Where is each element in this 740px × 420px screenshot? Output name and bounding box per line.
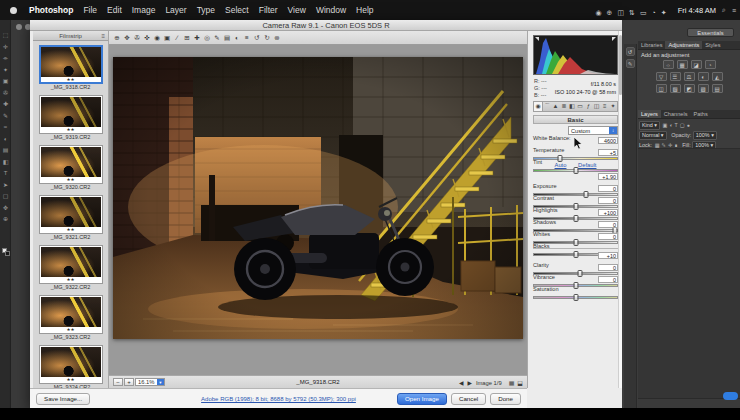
snapshots-tab-icon[interactable]: ✦ [609,102,617,111]
layers-list[interactable] [638,148,740,398]
slider-value[interactable]: 0 [598,264,618,271]
shadow-clipping-icon[interactable] [535,37,539,41]
tone-curve-tab-icon[interactable]: ⌒ [543,102,551,111]
menu-window[interactable]: Window [311,5,351,15]
basic-tab-icon[interactable]: ◉ [534,102,543,111]
ps-tool-11[interactable]: ▤ [0,145,11,157]
fullscreen-toggle-icon[interactable]: ⬓ [517,380,523,386]
detail-tab-icon[interactable]: ▲ [551,102,559,111]
rotate-left-tool-icon[interactable]: ↺ [253,32,261,43]
color-lookup-icon[interactable]: ▧ [670,84,681,93]
previous-image-button[interactable]: ◀ [459,380,463,386]
ps-tool-9[interactable]: ≈ [0,122,11,134]
filter-type-icon[interactable]: T [675,122,678,128]
ps-tool-16[interactable]: ✥ [0,203,11,215]
menubar-status-icon-5[interactable]: ▭ [640,9,647,16]
posterize-icon[interactable]: ▨ [698,84,709,93]
curves-icon[interactable]: ◪ [691,60,702,69]
menu-image[interactable]: Image [127,5,161,15]
levels-icon[interactable]: ▦ [677,60,688,69]
effects-tab-icon[interactable]: ƒ [584,102,592,111]
invert-icon[interactable]: ◩ [684,84,695,93]
ps-tool-5[interactable]: ▣ [0,76,11,88]
menu-photoshop[interactable]: Photoshop [24,5,78,15]
preferences-tool-icon[interactable]: ≡ [243,32,251,43]
menu-help[interactable]: Help [351,5,378,15]
color-sampler-tool-icon[interactable]: ✜ [143,32,151,43]
slider-value[interactable]: +100 [598,209,618,216]
open-image-button[interactable]: Open Image [397,393,447,405]
filmstrip-thumbnail[interactable]: ★★_MG_9323.CR2 [39,295,103,341]
slider-value[interactable]: +5 [598,149,618,156]
filmstrip-thumbnail[interactable]: ★★_MG_9322.CR2 [39,245,103,291]
menu-file[interactable]: File [78,5,102,15]
rotate-right-tool-icon[interactable]: ↻ [263,32,271,43]
red-eye-tool-icon[interactable]: ◎ [203,32,211,43]
tab-channels[interactable]: Channels [661,110,691,118]
filmstrip-thumbnail[interactable]: ★★_MG_9324.CR2 [39,345,103,391]
slider-value[interactable]: 0 [598,197,618,204]
workspace-switcher[interactable]: Essentials [687,28,734,37]
notification-center-icon[interactable]: ≡ [732,7,736,14]
menu-layer[interactable]: Layer [160,5,191,15]
filter-shape-icon[interactable]: ▢ [680,122,685,128]
tab-adjustments[interactable]: Adjustments [665,41,702,49]
slider-value[interactable]: 0 [598,185,618,192]
ps-tool-15[interactable]: ▢ [0,191,11,203]
slider-value[interactable]: 0 [598,276,618,283]
window-close-button[interactable] [16,24,22,30]
menu-view[interactable]: View [283,5,311,15]
slider-knob[interactable] [573,167,578,174]
filter-image-icon[interactable]: ▣ [663,122,668,128]
done-button[interactable]: Done [490,393,521,405]
lens-corrections-tab-icon[interactable]: ▭ [576,102,584,111]
properties-panel-icon[interactable]: ✎ [626,59,635,68]
ps-tool-6[interactable]: ✇ [0,88,11,100]
menu-filter[interactable]: Filter [254,5,283,15]
split-toning-tab-icon[interactable]: ◧ [568,102,576,111]
spotlight-icon[interactable]: ⌕ [722,6,726,14]
filmstrip-thumbnail[interactable]: ★★_MG_9318.CR2 [39,45,103,91]
hand-tool-icon[interactable]: ✥ [123,32,131,43]
cancel-button[interactable]: Cancel [451,393,486,405]
menubar-status-icon-4[interactable]: ⇅ [629,9,635,16]
channel-mixer-icon[interactable]: ◫ [656,84,667,93]
slider-value[interactable]: 0 [598,233,618,240]
hsl-tab-icon[interactable]: ≣ [560,102,568,111]
ps-tool-17[interactable]: ⊕ [0,214,11,226]
tab-paths[interactable]: Paths [690,110,710,118]
slider-knob[interactable] [573,294,578,301]
history-panel-icon[interactable]: ↺ [626,47,635,56]
tab-styles[interactable]: Styles [702,41,723,49]
photo-canvas[interactable] [113,57,523,339]
brightness-contrast-icon[interactable]: ☼ [663,60,674,69]
zoom-tool-icon[interactable]: ⊕ [113,32,121,43]
tab-libraries[interactable]: Libraries [638,41,665,49]
filter-smart-object-icon[interactable]: ● [687,122,690,128]
color-balance-icon[interactable]: ⚖ [684,72,695,81]
menubar-status-icon-3[interactable]: ◫ [617,9,624,16]
foreground-background-swatch[interactable] [2,248,10,256]
menu-type[interactable]: Type [192,5,220,15]
tab-layers[interactable]: Layers [638,110,661,118]
ps-tool-4[interactable]: ✦ [0,65,11,77]
delete-toggle-tool-icon[interactable]: ⊗ [273,32,281,43]
ps-tool-1[interactable]: ⬚ [0,30,11,42]
slider-value[interactable]: +1.90 [598,173,618,180]
radial-filter-tool-icon[interactable]: ◐ [233,32,241,43]
blend-mode-select[interactable]: Normal ▾ [639,131,667,140]
highlight-clipping-icon[interactable] [612,37,616,41]
ps-tool-13[interactable]: T [0,168,11,180]
white-balance-select[interactable]: Custom↕ [568,126,618,135]
ps-tool-3[interactable]: ⌯ [0,53,11,65]
slider-track[interactable] [533,169,618,172]
opacity-select[interactable]: 100% ▾ [693,131,717,140]
crop-tool-icon[interactable]: ▣ [163,32,171,43]
threshold-icon[interactable]: ▤ [712,84,723,93]
ps-tool-12[interactable]: ◧ [0,157,11,169]
transform-tool-icon[interactable]: ⊞ [183,32,191,43]
filmstrip-thumbnail[interactable]: ★★_MG_9319.CR2 [39,95,103,141]
grid-toggle-icon[interactable]: ▦ [509,380,515,386]
menubar-status-icon-7[interactable]: ✦ [661,9,667,16]
black-white-icon[interactable]: ◐ [698,72,709,81]
